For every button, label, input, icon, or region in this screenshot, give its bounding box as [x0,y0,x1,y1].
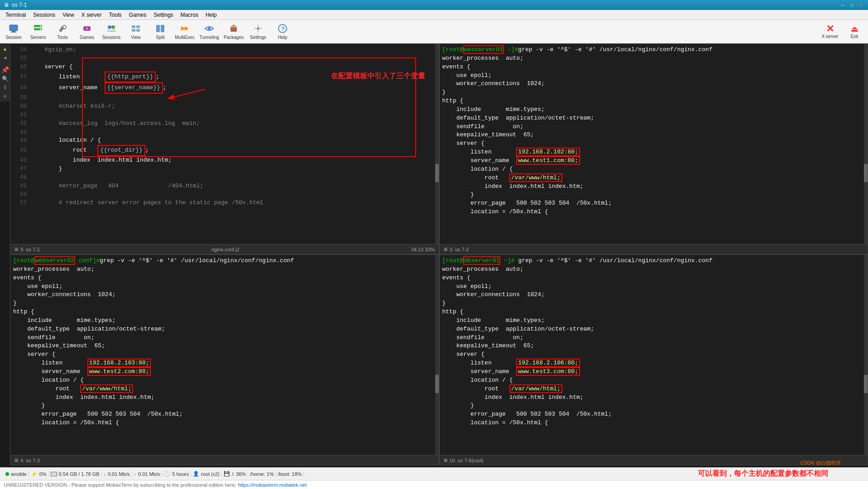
statusbar-uptime: 🕐 5 hours [162,471,191,477]
sidebar-search-icon[interactable]: 🔍 [2,76,9,82]
help-icon: ? [277,23,288,34]
panel-1-monitor-icon: 🖥 [14,247,19,252]
statusbar-boot: /boot: 18% [276,471,304,477]
toolbar-tools-label: Tools [57,35,67,40]
svg-point-6 [40,29,42,30]
net-out-icon: ↑ [134,471,136,477]
statusbar-ansible: ansible [4,471,29,477]
toolbar-xserver-label: X server [821,34,838,39]
panel-1-content[interactable]: 34 #gzip_on; 35 36 server { 37 listen {{… [10,44,439,244]
toolbar-tunneling-button[interactable]: Tunneling [197,21,221,43]
toolbar-session-button[interactable]: Session [2,21,25,43]
statusbar-net-out: ↑ 0.01 Mb/s [132,471,162,477]
panel-1-statusbar-left: nginx.conf.j2 [211,247,240,252]
panel-1-scrollbar-thumb[interactable] [435,164,439,182]
uptime-value: 5 hours [172,471,189,477]
panel-2-code: [root@webserver01 ~]#grep -v -e '^$' -e … [442,46,865,216]
tools-icon [57,23,68,34]
toolbar-games-button[interactable]: Games [75,21,99,43]
svg-point-18 [208,27,211,30]
root-dir-var: {{root_dir}} [97,145,145,156]
sidebar-expand-icon[interactable]: ◀ [2,55,8,61]
menu-terminal[interactable]: Terminal [2,11,29,19]
svg-rect-15 [136,29,140,32]
svg-point-11 [111,25,115,29]
panel-1-scrollbar[interactable] [435,44,439,244]
toolbar-help-label: Help [278,35,288,40]
statusbar-home: /home: 1% [248,471,276,477]
panel-2-scrollbar[interactable] [864,44,868,244]
panel-4-content[interactable]: [root@dbserver01 ~]# grep -v -e '^$' -e … [440,255,868,455]
toolbar-packages-button[interactable]: Packages [222,21,245,43]
toolbar-tunneling-label: Tunneling [199,35,219,40]
sidebar-info-icon[interactable]: ℹ [4,84,6,91]
panel-2-title: 3. os 7-2 [450,247,469,252]
disk-value: 0.54 GB / 1.78 GB [59,471,100,477]
toolbar-exit-button[interactable]: ⏏ Exit [843,21,866,43]
menu-sessions[interactable]: Sessions [29,11,59,19]
toolbar-sessions-button[interactable]: Sessions [100,21,123,43]
panels-grid: 34 #gzip_on; 35 36 server { 37 listen {{… [10,43,868,465]
statusbar-hdd: 💾 /: 36% [222,471,248,477]
panel-2[interactable]: [root@webserver01 ~]#grep -v -e '^$' -e … [439,43,868,254]
toolbar-xserver-button[interactable]: ✕ X server [818,21,842,43]
settings-icon [253,23,264,34]
menu-xserver[interactable]: X server [78,11,106,19]
bookmark-icon[interactable]: ★ [3,45,7,53]
panel-4[interactable]: [root@dbserver01 ~]# grep -v -e '^$' -e … [439,254,868,465]
minimize-button[interactable]: ─ [839,2,846,8]
svg-point-21 [257,27,259,30]
toolbar-games-label: Games [80,35,94,40]
svg-rect-16 [156,25,160,32]
user-icon: 👤 [193,471,199,477]
menu-tools[interactable]: Tools [106,11,125,19]
menu-macros[interactable]: Macros [177,11,202,19]
toolbar: Session Servers Tools Games Sessions Vie… [0,20,868,43]
multiexec-icon [179,23,190,34]
panel-3-scrollbar-thumb[interactable] [435,375,439,393]
svg-point-5 [40,25,42,27]
menu-settings[interactable]: Settings [150,11,177,19]
panel-4-scrollbar[interactable] [864,255,868,455]
csdn-watermark: CSDN @白嫖程序 [801,460,841,466]
main-area: 34 #gzip_on; 35 36 server { 37 listen {{… [10,43,868,465]
toolbar-settings-button[interactable]: Settings [246,21,270,43]
close-button[interactable]: ✕ [857,2,864,8]
games-icon [82,23,92,34]
toolbar-tools-button[interactable]: Tools [51,21,74,43]
panel-4-monitor-icon: 🖥 [443,458,448,463]
net-in-value: 0.01 Mb/s [108,471,129,477]
toolbar-settings-label: Settings [250,35,266,40]
toolbar-split-label: Split [156,35,164,40]
user-value: root (x2) [201,471,220,477]
toolbar-multiexec-button[interactable]: MultiExec [173,21,197,43]
panel-1[interactable]: 34 #gzip_on; 35 36 server { 37 listen {{… [10,43,439,254]
panel-3-content[interactable]: [root@webserver02 conf]#grep -v -e '^$' … [10,255,439,455]
panel-3-scrollbar[interactable] [435,255,439,455]
session-icon [8,23,19,34]
svg-rect-9 [86,28,88,29]
panel-4-scrollbar-thumb[interactable] [864,375,868,393]
panel-1-statusbar-right: 34,13 33% [411,247,435,252]
clock-icon: 🕐 [164,471,170,477]
panel-3[interactable]: [root@webserver02 conf]#grep -v -e '^$' … [10,254,439,465]
maximize-button[interactable]: □ [848,2,855,8]
statusbar-cpu: ⚡ 0% [29,471,49,477]
toolbar-multiexec-label: MultiExec [175,35,194,40]
svg-marker-20 [230,24,237,27]
menu-view[interactable]: View [59,11,78,19]
toolbar-view-button[interactable]: View [124,21,148,43]
svg-rect-2 [11,32,16,33]
panel-2-content[interactable]: [root@webserver01 ~]#grep -v -e '^$' -e … [440,44,868,244]
sidebar-send-icon[interactable]: ✉ [3,93,6,100]
toolbar-help-button[interactable]: ? Help [271,21,294,43]
panel-2-scrollbar-thumb[interactable] [864,164,868,182]
svg-rect-17 [161,25,164,32]
menu-games[interactable]: Games [125,11,150,19]
svg-rect-0 [10,25,18,31]
sidebar-pin-icon[interactable]: 📌 [1,66,9,74]
menu-help[interactable]: Help [202,11,221,19]
toolbar-split-button[interactable]: Split [149,21,172,43]
unregistered-link[interactable]: https://mobaxterm.mobatek.net [238,482,307,488]
toolbar-servers-button[interactable]: Servers [26,21,50,43]
